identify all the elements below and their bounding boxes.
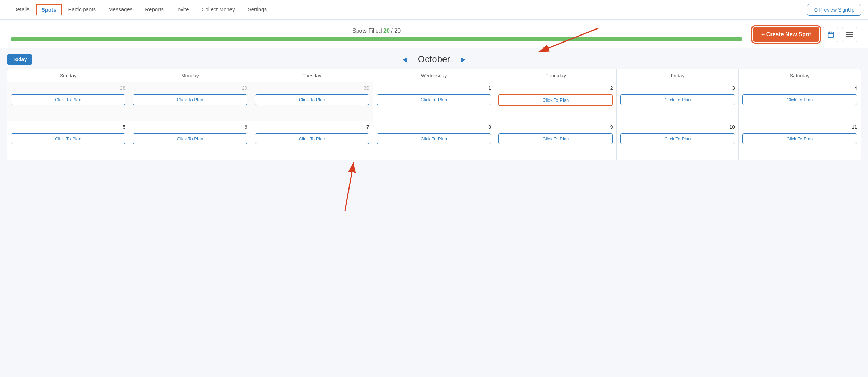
nav-tab-reports[interactable]: Reports bbox=[139, 0, 170, 19]
create-spot-button[interactable]: + Create New Spot bbox=[753, 27, 819, 42]
day-number: 2 bbox=[498, 85, 613, 91]
click-to-plan-button[interactable]: Click To Plan bbox=[498, 133, 613, 144]
day-number: 10 bbox=[620, 124, 735, 130]
menu-button[interactable] bbox=[842, 27, 857, 42]
click-to-plan-button[interactable]: Click To Plan bbox=[377, 133, 491, 144]
day-number: 3 bbox=[620, 85, 735, 91]
cal-cell-0-6: 4Click To Plan bbox=[739, 82, 861, 121]
day-number: 4 bbox=[742, 85, 857, 91]
cal-cell-1-1: 6Click To Plan bbox=[129, 121, 251, 160]
day-number: 28 bbox=[11, 85, 125, 91]
calendar-grid: SundayMondayTuesdayWednesdayThursdayFrid… bbox=[7, 69, 861, 160]
cal-header-thursday: Thursday bbox=[495, 69, 617, 82]
cal-cell-1-6: 11Click To Plan bbox=[739, 121, 861, 160]
hamburger-icon bbox=[846, 32, 853, 37]
svg-rect-0 bbox=[828, 32, 834, 37]
day-number: 8 bbox=[377, 124, 491, 130]
cal-header-sunday: Sunday bbox=[7, 69, 129, 82]
click-to-plan-button[interactable]: Click To Plan bbox=[377, 94, 491, 105]
spots-info: Spots Filled 20 / 20 bbox=[11, 28, 742, 41]
click-to-plan-button[interactable]: Click To Plan bbox=[11, 94, 125, 105]
cal-cell-1-3: 8Click To Plan bbox=[373, 121, 495, 160]
click-to-plan-button[interactable]: Click To Plan bbox=[742, 94, 857, 105]
cal-header-tuesday: Tuesday bbox=[251, 69, 373, 82]
calendar-wrapper: Today ◀ October ▶ SundayMondayTuesdayWed… bbox=[0, 48, 868, 166]
cal-row-1: 5Click To Plan6Click To Plan7Click To Pl… bbox=[7, 121, 861, 160]
header-actions: + Create New Spot bbox=[753, 27, 857, 42]
click-to-plan-button[interactable]: Click To Plan bbox=[620, 94, 735, 105]
calendar-nav: Today ◀ October ▶ bbox=[7, 54, 861, 65]
spots-total: 20 bbox=[394, 28, 401, 34]
spots-filled-label: Spots Filled 20 / 20 bbox=[11, 28, 742, 34]
day-number: 7 bbox=[255, 124, 369, 130]
cal-header-friday: Friday bbox=[617, 69, 738, 82]
calendar-body: 28Click To Plan29Click To Plan30Click To… bbox=[7, 82, 861, 160]
nav-tab-settings[interactable]: Settings bbox=[241, 0, 273, 19]
day-number: 5 bbox=[11, 124, 125, 130]
click-to-plan-button[interactable]: Click To Plan bbox=[498, 94, 613, 106]
cal-cell-0-4: 2Click To Plan bbox=[495, 82, 617, 121]
today-button[interactable]: Today bbox=[7, 54, 32, 65]
calendar-header-row: SundayMondayTuesdayWednesdayThursdayFrid… bbox=[7, 69, 861, 82]
day-number: 11 bbox=[742, 124, 857, 130]
click-to-plan-button[interactable]: Click To Plan bbox=[620, 133, 735, 144]
day-number: 29 bbox=[133, 85, 247, 91]
month-title: October bbox=[418, 54, 451, 65]
cal-cell-1-4: 9Click To Plan bbox=[495, 121, 617, 160]
click-to-plan-button[interactable]: Click To Plan bbox=[133, 94, 247, 105]
nav-bar: DetailsSpotsParticipantsMessagesReportsI… bbox=[0, 0, 868, 20]
cal-header-saturday: Saturday bbox=[739, 69, 861, 82]
preview-signup-button[interactable]: ⊙ Preview SignUp bbox=[807, 4, 861, 16]
cal-cell-0-3: 1Click To Plan bbox=[373, 82, 495, 121]
prev-month-button[interactable]: ◀ bbox=[402, 56, 407, 63]
calendar-icon bbox=[827, 31, 834, 38]
nav-tab-messages[interactable]: Messages bbox=[102, 0, 139, 19]
cal-cell-0-0: 28Click To Plan bbox=[7, 82, 129, 121]
day-number: 9 bbox=[498, 124, 613, 130]
click-to-plan-button[interactable]: Click To Plan bbox=[133, 133, 247, 144]
progress-bar bbox=[11, 37, 742, 41]
calendar-view-button[interactable] bbox=[823, 27, 838, 42]
progress-bar-fill bbox=[11, 37, 742, 41]
header-section: Spots Filled 20 / 20 + Create New Spot bbox=[0, 20, 868, 48]
next-month-button[interactable]: ▶ bbox=[461, 56, 466, 63]
day-number: 1 bbox=[377, 85, 491, 91]
cal-header-wednesday: Wednesday bbox=[373, 69, 495, 82]
click-to-plan-button[interactable]: Click To Plan bbox=[11, 133, 125, 144]
cal-cell-0-1: 29Click To Plan bbox=[129, 82, 251, 121]
nav-tab-collect-money[interactable]: Collect Money bbox=[195, 0, 241, 19]
nav-tab-spots[interactable]: Spots bbox=[36, 4, 62, 15]
cal-cell-1-0: 5Click To Plan bbox=[7, 121, 129, 160]
cal-cell-0-2: 30Click To Plan bbox=[251, 82, 373, 121]
cal-cell-1-2: 7Click To Plan bbox=[251, 121, 373, 160]
nav-tab-invite[interactable]: Invite bbox=[170, 0, 195, 19]
day-number: 30 bbox=[255, 85, 369, 91]
click-to-plan-button[interactable]: Click To Plan bbox=[255, 94, 369, 105]
nav-tab-details[interactable]: Details bbox=[7, 0, 36, 19]
cal-row-0: 28Click To Plan29Click To Plan30Click To… bbox=[7, 82, 861, 121]
cal-cell-1-5: 10Click To Plan bbox=[617, 121, 738, 160]
day-number: 6 bbox=[133, 124, 247, 130]
spots-current: 20 bbox=[383, 28, 390, 34]
nav-tab-participants[interactable]: Participants bbox=[62, 0, 102, 19]
cal-cell-0-5: 3Click To Plan bbox=[617, 82, 738, 121]
click-to-plan-button[interactable]: Click To Plan bbox=[742, 133, 857, 144]
cal-header-monday: Monday bbox=[129, 69, 251, 82]
nav-tabs: DetailsSpotsParticipantsMessagesReportsI… bbox=[7, 0, 273, 19]
click-to-plan-button[interactable]: Click To Plan bbox=[255, 133, 369, 144]
